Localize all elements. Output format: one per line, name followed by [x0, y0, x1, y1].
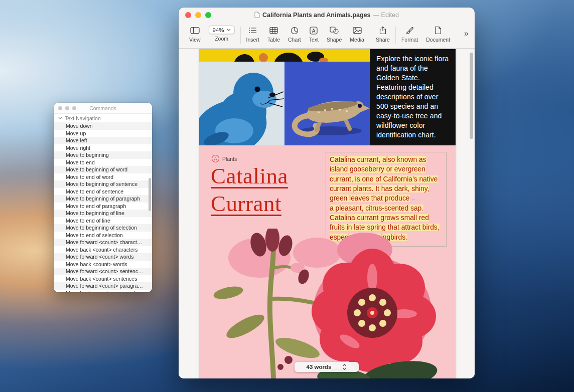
commands-window-title: Commands	[54, 105, 152, 111]
insert-icon	[248, 26, 257, 35]
list-item[interactable]: Move back <count> sentences	[54, 275, 152, 283]
toolbar-shape-button[interactable]: Shape	[323, 23, 346, 43]
share-icon	[379, 26, 386, 35]
chevron-down-icon	[227, 29, 231, 31]
format-brush-icon	[406, 26, 414, 35]
toolbar-share-button[interactable]: Share	[372, 23, 394, 43]
seal-illustration[interactable]	[199, 62, 284, 145]
toolbar-chart-button[interactable]: Chart	[284, 23, 305, 43]
list-item[interactable]: Move to beginning of word	[54, 166, 152, 173]
list-item[interactable]: Move to beginning of paragraph	[54, 195, 152, 203]
list-item[interactable]: Move forward <count> words	[54, 253, 152, 261]
fullscreen-button[interactable]	[205, 12, 211, 18]
commands-list: Move downMove upMove leftMove rightMove …	[54, 122, 152, 292]
list-item[interactable]: Move right	[54, 144, 152, 152]
pages-window: California Plants and Animals.pages — Ed…	[179, 8, 475, 378]
abstract-shapes-illustration	[199, 49, 370, 62]
toolbar-zoom-control[interactable]: 94% Zoom	[205, 23, 239, 42]
plants-tag[interactable]: A Plants	[212, 155, 237, 162]
plants-label: Plants	[222, 156, 237, 162]
document-scrollbar-thumb[interactable]	[470, 53, 473, 139]
toolbar-document-button[interactable]: Document	[422, 23, 454, 43]
chart-icon	[291, 26, 299, 35]
commands-section-header[interactable]: Text Navigation	[54, 114, 152, 122]
pages-toolbar: View 94% Zoom Insert Table	[179, 22, 475, 49]
zoom-dropdown[interactable]: 94%	[209, 26, 235, 34]
word-count-value: 43 words	[307, 364, 332, 370]
list-item[interactable]: Move to beginning	[54, 151, 152, 159]
list-item[interactable]: Move left	[54, 137, 152, 144]
list-item[interactable]: Move to end of word	[54, 173, 152, 181]
shape-icon	[330, 26, 339, 35]
window-title-edited-badge: — Edited	[373, 12, 399, 19]
toolbar-format-button[interactable]: Format	[397, 23, 422, 43]
list-item[interactable]: Move back <count> characters	[54, 246, 152, 254]
close-button[interactable]	[185, 12, 191, 18]
list-item[interactable]: Move to end of selection	[54, 232, 152, 239]
list-item[interactable]: Move down	[54, 122, 152, 130]
list-item[interactable]: Move up	[54, 130, 152, 137]
text-box-icon: A	[310, 26, 318, 35]
toolbar-text-button[interactable]: A Text	[305, 23, 323, 43]
list-item[interactable]: Move forward <count> charact…	[54, 239, 152, 246]
list-item[interactable]: Move to beginning of line	[54, 210, 152, 217]
commands-titlebar[interactable]: Commands	[54, 103, 152, 114]
document-heading[interactable]: Catalina Currant	[211, 162, 288, 218]
toolbar-table-button[interactable]: Table	[263, 23, 284, 43]
toolbar-insert-button[interactable]: Insert	[242, 23, 263, 43]
word-count-pill[interactable]: 43 words	[295, 362, 359, 372]
svg-text:A: A	[312, 28, 316, 33]
hero-text: Explore the iconic flora and fauna of th…	[376, 55, 449, 139]
plants-section: A Plants Catalina Currant Catalina curra…	[199, 145, 456, 378]
hero-collage[interactable]: Explore the iconic flora and fauna of th…	[199, 49, 456, 145]
list-item[interactable]: Move back <count> paragraphs	[54, 290, 152, 293]
document-page: Explore the iconic flora and fauna of th…	[199, 49, 456, 378]
currant-flower-illustration[interactable]	[199, 229, 456, 378]
pages-traffic-lights	[185, 12, 211, 18]
document-canvas: Explore the iconic flora and fauna of th…	[179, 49, 475, 378]
list-item[interactable]: Move to beginning of selection	[54, 224, 152, 232]
hero-text-panel[interactable]: Explore the iconic flora and fauna of th…	[370, 49, 456, 145]
line-break-marker: ←	[410, 195, 417, 202]
toolbar-overflow-button[interactable]: »	[464, 29, 469, 38]
view-sidebar-icon	[190, 26, 200, 35]
toolbar-media-button[interactable]: Media	[346, 23, 368, 43]
list-item[interactable]: Move forward <count> paragra…	[54, 282, 152, 290]
plants-badge-icon: A	[212, 155, 219, 162]
toolbar-separator	[240, 27, 241, 44]
document-proxy-icon	[254, 12, 260, 18]
commands-scrollbar-thumb[interactable]	[149, 178, 151, 211]
commands-window: Commands Text Navigation Move downMove u…	[54, 103, 152, 292]
word-count-stepper-icon[interactable]	[342, 363, 347, 370]
zoom-value: 94%	[213, 27, 224, 33]
collage-yellow-band-image[interactable]	[199, 49, 370, 62]
toolbar-separator	[370, 27, 370, 44]
list-item[interactable]: Move to beginning of sentence	[54, 180, 152, 188]
commands-section-label: Text Navigation	[65, 115, 101, 121]
list-item[interactable]: Move to end of sentence	[54, 188, 152, 195]
highlighted-body-text: Catalina currant, also known as island g…	[330, 156, 438, 202]
pages-titlebar[interactable]: California Plants and Animals.pages — Ed…	[179, 8, 475, 22]
list-item[interactable]: Move to end of line	[54, 217, 152, 225]
toolbar-separator	[395, 27, 396, 44]
minimize-button[interactable]	[195, 12, 201, 18]
lizard-illustration[interactable]	[284, 62, 370, 145]
document-icon	[435, 26, 442, 35]
table-icon	[269, 26, 278, 35]
list-item[interactable]: Move back <count> words	[54, 261, 152, 268]
media-photo-icon	[353, 26, 362, 35]
list-item[interactable]: Move to end	[54, 159, 152, 166]
list-item[interactable]: Move to end of paragraph	[54, 203, 152, 210]
list-item[interactable]: Move forward <count> sentenc…	[54, 268, 152, 275]
window-title: California Plants and Animals.pages	[262, 12, 371, 19]
chevron-down-icon	[58, 117, 62, 119]
toolbar-view-button[interactable]: View	[185, 23, 205, 43]
